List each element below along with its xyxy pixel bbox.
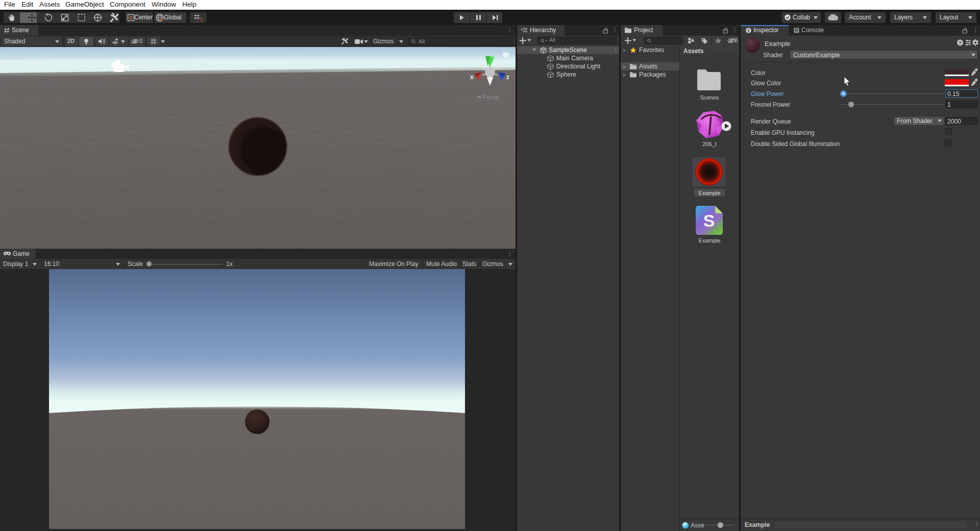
svg-text:Persp: Persp <box>483 94 499 101</box>
svg-text:S: S <box>703 211 715 230</box>
svg-text:x: x <box>470 74 474 81</box>
svg-text:?: ? <box>959 40 962 45</box>
svg-text:z: z <box>506 74 509 81</box>
